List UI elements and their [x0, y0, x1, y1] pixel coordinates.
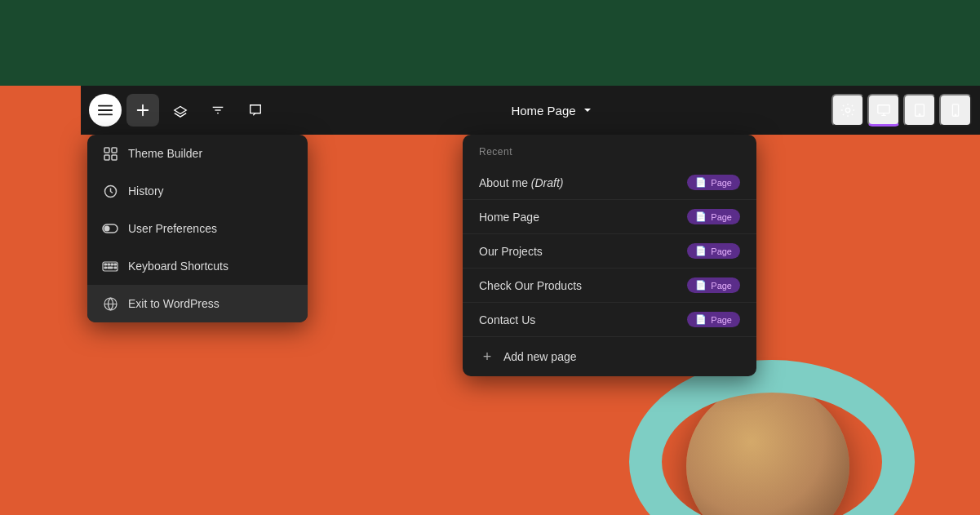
desktop-view-button[interactable] — [867, 94, 900, 127]
recent-page-projects-title: Our Projects — [479, 245, 543, 258]
recent-page-home-title: Home Page — [479, 211, 539, 224]
page-badge-projects-label: Page — [711, 246, 732, 256]
recent-header: Recent — [463, 135, 756, 166]
recent-page-contact-title: Contact Us — [479, 313, 535, 326]
page-title: Home Page — [511, 104, 575, 118]
main-dropdown-menu: Theme Builder History User Preferences — [87, 135, 308, 322]
recent-page-about[interactable]: About me (Draft) 📄 Page — [463, 166, 756, 200]
layers-button[interactable] — [164, 94, 197, 127]
svg-rect-24 — [104, 267, 107, 269]
menu-item-user-preferences[interactable]: User Preferences — [87, 210, 308, 247]
toolbar-right-section — [823, 94, 980, 127]
page-selector[interactable]: Home Page — [499, 99, 603, 122]
menu-item-history[interactable]: History — [87, 172, 308, 210]
recent-page-contact[interactable]: Contact Us 📄 Page — [463, 303, 756, 337]
toolbar-left-section — [81, 94, 280, 127]
page-badge-products: 📄 Page — [687, 277, 740, 293]
user-preferences-label: User Preferences — [128, 222, 217, 235]
svg-rect-20 — [104, 264, 107, 265]
svg-rect-2 — [98, 114, 113, 116]
svg-rect-25 — [108, 267, 113, 269]
chat-button[interactable] — [239, 94, 272, 127]
menu-item-keyboard-shortcuts[interactable]: Keyboard Shortcuts — [87, 247, 308, 285]
top-background — [0, 0, 980, 86]
svg-rect-14 — [104, 155, 109, 160]
doc-icon-products: 📄 — [695, 280, 707, 291]
doc-icon-home: 📄 — [695, 211, 707, 222]
settings-gear-button[interactable] — [831, 94, 864, 127]
page-badge-home-label: Page — [711, 212, 732, 222]
menu-item-theme-builder[interactable]: Theme Builder — [87, 135, 308, 172]
recent-page-products-title: Check Our Products — [479, 279, 582, 292]
toggle-icon — [102, 220, 118, 237]
recent-page-projects[interactable]: Our Projects 📄 Page — [463, 234, 756, 269]
keyboard-icon — [102, 258, 118, 274]
svg-rect-21 — [108, 264, 110, 265]
svg-rect-23 — [114, 264, 117, 265]
filter-button[interactable] — [202, 94, 234, 127]
svg-rect-13 — [112, 148, 117, 153]
add-button[interactable] — [126, 94, 159, 127]
svg-point-11 — [955, 114, 956, 115]
clock-icon — [102, 183, 118, 199]
grid-icon — [102, 145, 118, 162]
doc-icon: 📄 — [695, 177, 707, 188]
page-badge-label: Page — [711, 178, 732, 188]
svg-point-6 — [845, 108, 849, 112]
svg-point-18 — [104, 226, 110, 232]
plus-icon: + — [479, 349, 495, 365]
page-badge-products-label: Page — [711, 281, 732, 291]
recent-pages-dropdown: Recent About me (Draft) 📄 Page Home Page… — [463, 135, 756, 376]
svg-rect-1 — [98, 109, 113, 111]
history-label: History — [128, 184, 164, 198]
doc-icon-projects: 📄 — [695, 246, 707, 256]
add-new-page-label: Add new page — [503, 350, 577, 363]
menu-item-exit-wordpress[interactable]: Exit to WordPress — [87, 285, 308, 322]
svg-rect-26 — [114, 267, 117, 269]
add-new-page-row[interactable]: + Add new page — [463, 337, 756, 376]
page-badge-contact-label: Page — [711, 315, 732, 325]
main-toolbar: Home Page — [81, 86, 980, 135]
svg-point-9 — [919, 114, 920, 115]
mobile-view-button[interactable] — [939, 94, 972, 127]
keyboard-shortcuts-label: Keyboard Shortcuts — [128, 260, 228, 273]
recent-page-about-title: About me (Draft) — [479, 176, 564, 189]
chevron-down-icon — [583, 105, 592, 115]
recent-page-home[interactable]: Home Page 📄 Page — [463, 200, 756, 234]
svg-rect-12 — [104, 148, 109, 153]
page-badge-projects: 📄 Page — [687, 243, 740, 259]
menu-button[interactable] — [89, 94, 122, 127]
svg-rect-15 — [112, 155, 117, 160]
tablet-view-button[interactable] — [903, 94, 936, 127]
page-badge-home: 📄 Page — [687, 209, 740, 224]
doc-icon-contact: 📄 — [695, 314, 707, 325]
exit-wordpress-label: Exit to WordPress — [128, 297, 220, 310]
svg-rect-7 — [878, 104, 889, 113]
recent-page-products[interactable]: Check Our Products 📄 Page — [463, 269, 756, 303]
toolbar-center-section: Home Page — [280, 99, 823, 122]
theme-builder-label: Theme Builder — [128, 147, 202, 160]
page-badge-contact: 📄 Page — [687, 312, 740, 327]
svg-rect-0 — [98, 105, 113, 107]
page-badge-about: 📄 Page — [687, 175, 740, 190]
svg-rect-22 — [111, 264, 113, 265]
wordpress-icon — [102, 295, 118, 312]
